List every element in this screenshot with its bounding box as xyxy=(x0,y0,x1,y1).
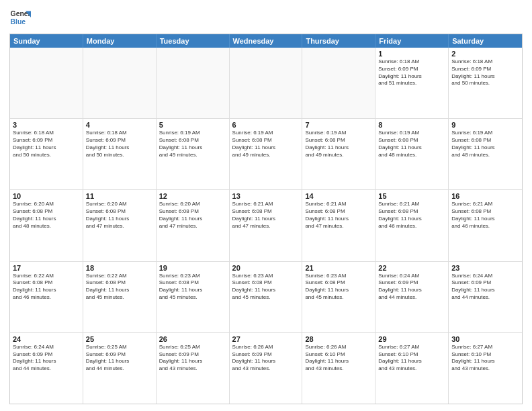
day-info: Sunrise: 6:24 AMSunset: 6:09 PMDaylight:… xyxy=(451,273,519,302)
day-number: 28 xyxy=(305,335,372,343)
day-cell-23: 23Sunrise: 6:24 AMSunset: 6:09 PMDayligh… xyxy=(449,262,522,332)
day-info: Sunrise: 6:20 AMSunset: 6:08 PMDaylight:… xyxy=(13,201,80,230)
day-cell-7: 7Sunrise: 6:19 AMSunset: 6:08 PMDaylight… xyxy=(302,119,375,189)
day-number: 23 xyxy=(451,264,519,272)
day-info: Sunrise: 6:25 AMSunset: 6:09 PMDaylight:… xyxy=(86,344,153,373)
weekday-header-friday: Friday xyxy=(375,34,449,48)
day-info: Sunrise: 6:22 AMSunset: 6:08 PMDaylight:… xyxy=(13,273,80,302)
day-number: 3 xyxy=(13,121,80,129)
day-cell-9: 9Sunrise: 6:19 AMSunset: 6:08 PMDaylight… xyxy=(449,119,522,189)
day-cell-12: 12Sunrise: 6:20 AMSunset: 6:08 PMDayligh… xyxy=(157,190,230,261)
day-info: Sunrise: 6:22 AMSunset: 6:08 PMDaylight:… xyxy=(86,273,153,302)
calendar-body: 1Sunrise: 6:18 AMSunset: 6:09 PMDaylight… xyxy=(10,48,522,404)
day-cell-3: 3Sunrise: 6:18 AMSunset: 6:09 PMDaylight… xyxy=(10,119,83,189)
day-number: 2 xyxy=(451,50,519,58)
day-info: Sunrise: 6:27 AMSunset: 6:10 PMDaylight:… xyxy=(451,344,519,373)
day-number: 30 xyxy=(451,335,519,343)
day-cell-26: 26Sunrise: 6:25 AMSunset: 6:09 PMDayligh… xyxy=(157,333,230,404)
day-cell-20: 20Sunrise: 6:23 AMSunset: 6:08 PMDayligh… xyxy=(230,262,303,332)
day-info: Sunrise: 6:24 AMSunset: 6:09 PMDaylight:… xyxy=(13,344,80,373)
day-cell-13: 13Sunrise: 6:21 AMSunset: 6:08 PMDayligh… xyxy=(230,190,303,261)
day-info: Sunrise: 6:23 AMSunset: 6:08 PMDaylight:… xyxy=(159,273,226,302)
day-info: Sunrise: 6:19 AMSunset: 6:08 PMDaylight:… xyxy=(451,130,519,158)
day-cell-29: 29Sunrise: 6:27 AMSunset: 6:10 PMDayligh… xyxy=(375,333,449,404)
weekday-header-tuesday: Tuesday xyxy=(157,34,230,48)
weekday-header-sunday: Sunday xyxy=(10,34,83,48)
day-number: 26 xyxy=(159,335,226,343)
calendar-row-2: 3Sunrise: 6:18 AMSunset: 6:09 PMDaylight… xyxy=(10,119,522,190)
day-cell-6: 6Sunrise: 6:19 AMSunset: 6:08 PMDaylight… xyxy=(230,119,303,189)
calendar: SundayMondayTuesdayWednesdayThursdayFrid… xyxy=(9,34,523,404)
day-number: 24 xyxy=(13,335,80,343)
day-number: 27 xyxy=(232,335,300,343)
empty-cell xyxy=(302,48,375,118)
day-info: Sunrise: 6:21 AMSunset: 6:08 PMDaylight:… xyxy=(305,201,372,230)
day-cell-28: 28Sunrise: 6:26 AMSunset: 6:10 PMDayligh… xyxy=(302,333,375,404)
day-cell-30: 30Sunrise: 6:27 AMSunset: 6:10 PMDayligh… xyxy=(449,333,522,404)
day-number: 19 xyxy=(159,264,226,272)
day-cell-25: 25Sunrise: 6:25 AMSunset: 6:09 PMDayligh… xyxy=(83,333,157,404)
day-info: Sunrise: 6:26 AMSunset: 6:10 PMDaylight:… xyxy=(305,344,372,373)
day-cell-8: 8Sunrise: 6:19 AMSunset: 6:08 PMDaylight… xyxy=(375,119,449,189)
day-info: Sunrise: 6:19 AMSunset: 6:08 PMDaylight:… xyxy=(378,130,445,158)
day-number: 10 xyxy=(13,192,80,200)
day-number: 17 xyxy=(13,264,80,272)
day-info: Sunrise: 6:19 AMSunset: 6:08 PMDaylight:… xyxy=(159,130,226,158)
day-cell-18: 18Sunrise: 6:22 AMSunset: 6:08 PMDayligh… xyxy=(83,262,157,332)
day-cell-24: 24Sunrise: 6:24 AMSunset: 6:09 PMDayligh… xyxy=(10,333,83,404)
day-info: Sunrise: 6:20 AMSunset: 6:08 PMDaylight:… xyxy=(86,201,153,230)
day-info: Sunrise: 6:23 AMSunset: 6:08 PMDaylight:… xyxy=(232,273,300,302)
day-info: Sunrise: 6:21 AMSunset: 6:08 PMDaylight:… xyxy=(232,201,300,230)
empty-cell xyxy=(230,48,303,118)
day-info: Sunrise: 6:24 AMSunset: 6:09 PMDaylight:… xyxy=(378,273,445,302)
day-number: 13 xyxy=(232,192,300,200)
day-number: 1 xyxy=(378,50,445,58)
day-info: Sunrise: 6:23 AMSunset: 6:08 PMDaylight:… xyxy=(305,273,372,302)
calendar-row-3: 10Sunrise: 6:20 AMSunset: 6:08 PMDayligh… xyxy=(10,190,522,261)
day-number: 15 xyxy=(378,192,445,200)
day-number: 7 xyxy=(305,121,372,129)
svg-text:Blue: Blue xyxy=(11,18,26,26)
weekday-header-thursday: Thursday xyxy=(302,34,375,48)
day-info: Sunrise: 6:21 AMSunset: 6:08 PMDaylight:… xyxy=(451,201,519,230)
day-number: 8 xyxy=(378,121,445,129)
day-number: 21 xyxy=(305,264,372,272)
day-number: 6 xyxy=(232,121,300,129)
page: General Blue SundayMondayTuesdayWednesda… xyxy=(0,0,532,411)
day-number: 5 xyxy=(159,121,226,129)
day-info: Sunrise: 6:25 AMSunset: 6:09 PMDaylight:… xyxy=(159,344,226,373)
day-cell-11: 11Sunrise: 6:20 AMSunset: 6:08 PMDayligh… xyxy=(83,190,157,261)
day-cell-2: 2Sunrise: 6:18 AMSunset: 6:09 PMDaylight… xyxy=(449,48,522,118)
day-number: 4 xyxy=(86,121,153,129)
empty-cell xyxy=(157,48,230,118)
calendar-row-5: 24Sunrise: 6:24 AMSunset: 6:09 PMDayligh… xyxy=(10,333,522,404)
day-cell-15: 15Sunrise: 6:21 AMSunset: 6:08 PMDayligh… xyxy=(375,190,449,261)
day-cell-10: 10Sunrise: 6:20 AMSunset: 6:08 PMDayligh… xyxy=(10,190,83,261)
day-number: 18 xyxy=(86,264,153,272)
day-number: 25 xyxy=(86,335,153,343)
day-info: Sunrise: 6:19 AMSunset: 6:08 PMDaylight:… xyxy=(232,130,300,158)
day-info: Sunrise: 6:26 AMSunset: 6:09 PMDaylight:… xyxy=(232,344,300,373)
calendar-row-1: 1Sunrise: 6:18 AMSunset: 6:09 PMDaylight… xyxy=(10,48,522,119)
logo-icon: General Blue xyxy=(9,7,31,28)
weekday-header-monday: Monday xyxy=(83,34,157,48)
day-number: 11 xyxy=(86,192,153,200)
day-info: Sunrise: 6:27 AMSunset: 6:10 PMDaylight:… xyxy=(378,344,445,373)
day-number: 29 xyxy=(378,335,445,343)
day-number: 20 xyxy=(232,264,300,272)
calendar-header: SundayMondayTuesdayWednesdayThursdayFrid… xyxy=(10,34,522,48)
day-cell-14: 14Sunrise: 6:21 AMSunset: 6:08 PMDayligh… xyxy=(302,190,375,261)
day-info: Sunrise: 6:21 AMSunset: 6:08 PMDaylight:… xyxy=(378,201,445,230)
empty-cell xyxy=(83,48,157,118)
day-cell-27: 27Sunrise: 6:26 AMSunset: 6:09 PMDayligh… xyxy=(230,333,303,404)
weekday-header-saturday: Saturday xyxy=(449,34,522,48)
empty-cell xyxy=(10,48,83,118)
day-number: 9 xyxy=(451,121,519,129)
day-info: Sunrise: 6:18 AMSunset: 6:09 PMDaylight:… xyxy=(451,58,519,87)
day-cell-19: 19Sunrise: 6:23 AMSunset: 6:08 PMDayligh… xyxy=(157,262,230,332)
day-cell-1: 1Sunrise: 6:18 AMSunset: 6:09 PMDaylight… xyxy=(375,48,449,118)
day-cell-17: 17Sunrise: 6:22 AMSunset: 6:08 PMDayligh… xyxy=(10,262,83,332)
day-info: Sunrise: 6:18 AMSunset: 6:09 PMDaylight:… xyxy=(13,130,80,158)
logo: General Blue xyxy=(9,7,31,28)
day-number: 12 xyxy=(159,192,226,200)
